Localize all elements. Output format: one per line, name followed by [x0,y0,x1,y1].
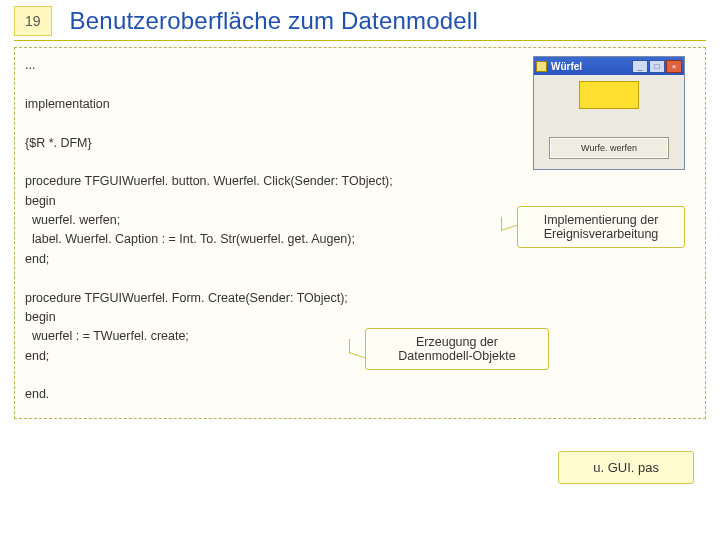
app-screenshot: Würfel _ □ × Wurfe. werfen [533,56,685,170]
code-begin: begin [25,194,56,208]
code-proc2-sig: procedure TFGUIWuerfel. Form. Create(Sen… [25,291,348,305]
slide-title: Benutzeroberfläche zum Datenmodell [70,7,478,35]
callout-impl-l2: Ereignisverarbeitung [544,227,659,241]
window-client: Wurfe. werfen [534,75,684,169]
slide-number: 19 [14,6,52,36]
callout-creation: Erzeugung der Datenmodell-Objekte [365,328,549,370]
code-proc1-sig: procedure TFGUIWuerfel. button. Wuerfel.… [25,174,393,188]
code-end: end; [25,252,49,266]
code-begin2: begin [25,310,56,324]
app-icon [536,61,547,72]
window-controls: _ □ × [632,60,682,73]
code-box: ... implementation {$R *. DFM} procedure… [14,47,706,419]
code-proc1-l2: label. Wuerfel. Caption : = Int. To. Str… [25,232,355,246]
code-enddot: end. [25,387,49,401]
header-underline [14,40,706,41]
label-wuerfel [579,81,639,109]
window-title: Würfel [551,61,628,72]
callout-implementation: Implementierung der Ereignisverarbeitung [517,206,685,248]
code-proc2-l1: wuerfel : = TWuerfel. create; [25,329,189,343]
code-directive: {$R *. DFM} [25,136,92,150]
code-end2: end; [25,349,49,363]
minimize-icon[interactable]: _ [632,60,648,73]
button-werfen[interactable]: Wurfe. werfen [549,137,669,159]
code-proc1-l1: wuerfel. werfen; [25,213,120,227]
code-ellipsis: ... [25,58,35,72]
callout-create-l2: Datenmodell-Objekte [398,349,515,363]
callout-impl-l1: Implementierung der [544,213,659,227]
slide-header: 19 Benutzeroberfläche zum Datenmodell [0,0,720,38]
maximize-icon[interactable]: □ [649,60,665,73]
close-icon[interactable]: × [666,60,682,73]
code-section: implementation [25,97,110,111]
callout-create-l1: Erzeugung der [416,335,498,349]
window-titlebar: Würfel _ □ × [534,57,684,75]
file-name-label: u. GUI. pas [558,451,694,484]
